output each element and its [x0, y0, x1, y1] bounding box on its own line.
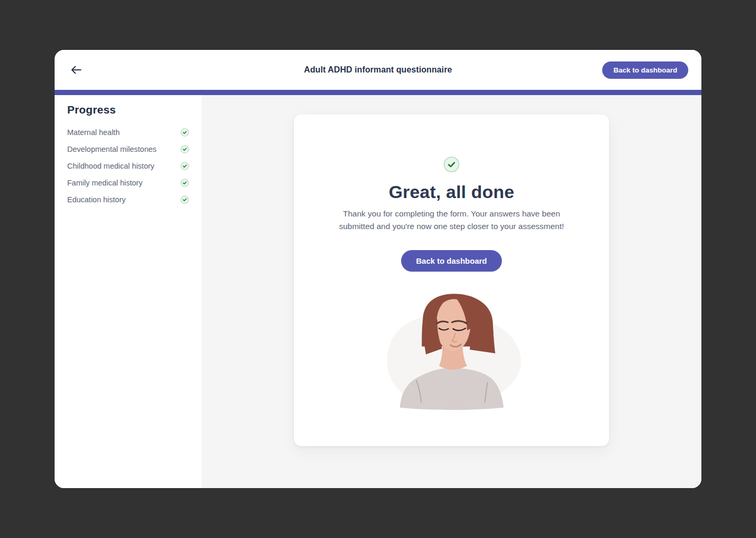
progress-list: Maternal health Developmental milestones…	[67, 127, 189, 205]
check-circle-icon	[181, 162, 189, 170]
accent-bar	[55, 90, 701, 95]
progress-item-label: Maternal health	[67, 128, 120, 137]
questionnaire-window: Adult ADHD informant questionnaire Back …	[55, 50, 701, 488]
progress-item: Family medical history	[67, 177, 189, 189]
back-to-dashboard-button-card[interactable]: Back to dashboard	[401, 250, 501, 272]
progress-item: Education history	[67, 194, 189, 205]
main-area: Great, all done Thank you for completing…	[202, 95, 701, 488]
page-title: Adult ADHD informant questionnaire	[304, 65, 452, 75]
progress-sidebar: Progress Maternal health Developmental m…	[55, 95, 202, 488]
check-circle-icon	[181, 145, 189, 153]
progress-item-label: Family medical history	[67, 179, 142, 187]
completion-heading: Great, all done	[294, 182, 609, 202]
completion-card: Great, all done Thank you for completing…	[294, 115, 609, 446]
header: Adult ADHD informant questionnaire Back …	[55, 50, 701, 90]
back-to-dashboard-button-header[interactable]: Back to dashboard	[602, 61, 688, 79]
check-circle-icon	[181, 179, 189, 187]
check-circle-icon	[181, 128, 189, 137]
progress-item: Maternal health	[67, 127, 189, 138]
check-circle-icon	[181, 195, 189, 204]
check-circle-icon	[444, 157, 459, 172]
completion-message: Thank you for completing the form. Your …	[328, 208, 575, 233]
back-button[interactable]	[68, 61, 85, 78]
progress-item: Childhood medical history	[67, 160, 189, 172]
progress-item: Developmental milestones	[67, 143, 189, 155]
progress-item-label: Education history	[67, 195, 125, 204]
progress-item-label: Developmental milestones	[67, 145, 156, 153]
woman-illustration	[294, 292, 609, 413]
sidebar-heading: Progress	[67, 104, 189, 116]
progress-item-label: Childhood medical history	[67, 162, 154, 170]
arrow-left-icon	[70, 65, 82, 75]
